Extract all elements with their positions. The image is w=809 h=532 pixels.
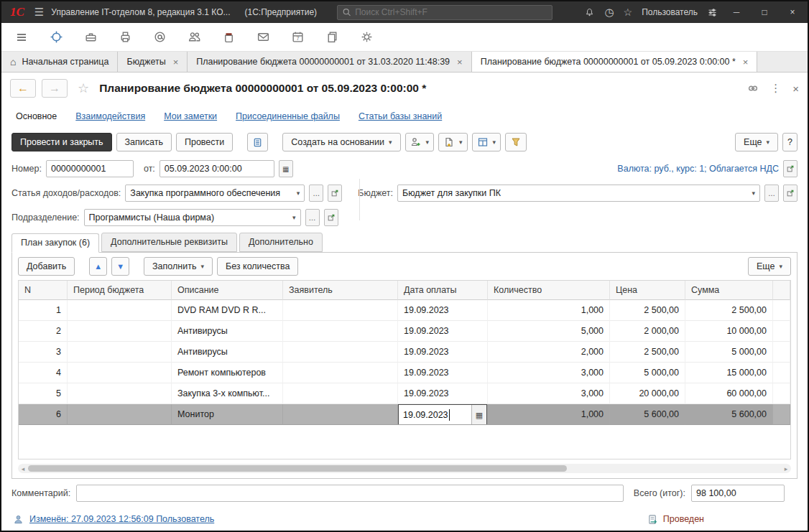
col-period[interactable]: Период бюджета [68, 281, 172, 300]
cell-period[interactable] [68, 342, 172, 363]
col-description[interactable]: Описание [172, 281, 283, 300]
document-register-button[interactable] [247, 133, 268, 151]
tab-purchase-plan[interactable]: План закупок (6) [11, 233, 99, 253]
cell-price[interactable]: 2 500,00 [610, 300, 685, 321]
favorites-star-icon[interactable]: ☆ [624, 6, 633, 18]
cell-pay-date[interactable]: 19.09.2023 [398, 342, 488, 363]
cell-sum[interactable]: 60 000,00 [685, 383, 773, 404]
scrollbar-thumb[interactable] [28, 465, 567, 472]
cell-quantity[interactable]: 1,000 [488, 300, 610, 321]
cell-applicant[interactable] [283, 363, 398, 383]
cell-sum[interactable]: 2 500,00 [685, 300, 773, 321]
cell-n[interactable]: 1 [19, 300, 68, 321]
tab-additional[interactable]: Дополнительно [239, 233, 323, 252]
cell-description[interactable]: Антивирусы [172, 321, 283, 342]
cell-sum[interactable]: 5 600,00 [685, 404, 773, 425]
cell-description[interactable]: Антивирусы [172, 342, 283, 363]
scroll-left-icon[interactable]: ◂ [19, 465, 27, 472]
cell-n[interactable]: 5 [19, 383, 68, 404]
cell-quantity[interactable]: 2,000 [488, 342, 610, 363]
grid-more-button[interactable]: Еще▾ [748, 257, 791, 276]
maximize-button[interactable]: □ [755, 7, 774, 17]
tab-budget-plan-old[interactable]: Планирование бюджета 00000000001 от 31.0… [188, 52, 471, 72]
cell-description[interactable]: Ремонт компьютеров [172, 363, 283, 383]
cell-n[interactable]: 6 [19, 404, 68, 425]
create-based-on-button[interactable]: Создать на основании▾ [282, 133, 400, 151]
tab-close-icon[interactable]: × [172, 57, 179, 67]
target-icon[interactable] [47, 29, 65, 46]
expense-item-open-button[interactable] [328, 185, 342, 202]
tab-close-icon[interactable]: × [741, 57, 749, 67]
cell-applicant[interactable] [283, 342, 398, 363]
gear-icon[interactable] [358, 29, 375, 46]
cell-sum[interactable]: 5 000,00 [685, 342, 773, 363]
cell-quantity[interactable]: 1,000 [488, 404, 610, 425]
cell-period[interactable] [68, 363, 172, 383]
forward-button[interactable]: → [42, 79, 68, 98]
tab-close-icon[interactable]: × [456, 57, 463, 67]
date-calendar-icon[interactable]: ▦ [279, 160, 293, 177]
close-window-button[interactable]: × [783, 7, 802, 17]
cell-pay-date[interactable]: 19.09.2023 [398, 363, 488, 383]
cell-applicant[interactable] [283, 404, 398, 425]
cell-quantity[interactable]: 3,000 [488, 363, 610, 383]
cell-period[interactable] [68, 321, 172, 342]
mail-at-icon[interactable] [151, 29, 168, 46]
reports-button[interactable]: ▾ [472, 133, 501, 151]
col-sum[interactable]: Сумма [685, 281, 773, 300]
currency-open-button[interactable] [783, 160, 798, 177]
cell-quantity[interactable]: 3,000 [488, 383, 610, 404]
scroll-right-icon[interactable]: ▸ [782, 465, 790, 472]
services-icon[interactable] [82, 29, 99, 46]
modified-info-link[interactable]: Изменён: 27.09.2023 12:56:09 Пользовател… [29, 514, 214, 524]
pay-date-editor[interactable]: 19.09.2023 ▦ [398, 404, 487, 425]
add-row-button[interactable]: Добавить [18, 257, 75, 276]
post-button[interactable]: Провести [176, 133, 233, 151]
mail-icon[interactable] [254, 29, 272, 46]
cell-period[interactable] [68, 300, 172, 321]
cell-applicant[interactable] [283, 300, 398, 321]
move-up-button[interactable]: ▲ [89, 257, 107, 276]
cell-price[interactable]: 20 000,00 [610, 383, 685, 404]
nav-main[interactable]: Основное [16, 111, 57, 121]
user-name[interactable]: Пользователь [642, 7, 698, 17]
cell-pay-date[interactable]: 19.09.2023 [398, 321, 488, 342]
tab-additional-attributes[interactable]: Дополнительные реквизиты [101, 233, 237, 252]
cell-applicant[interactable] [283, 383, 398, 404]
filter-structure-button[interactable] [505, 133, 527, 151]
comment-input[interactable] [81, 485, 620, 501]
without-quantity-button[interactable]: Без количества [217, 257, 299, 276]
cell-n[interactable]: 3 [19, 342, 68, 363]
date-input[interactable] [165, 161, 271, 177]
documents-icon[interactable] [323, 29, 341, 46]
main-menu-icon[interactable]: ☰ [34, 6, 44, 19]
tab-budget-plan-current[interactable]: Планирование бюджета 00000000001 от 05.0… [472, 52, 758, 72]
cell-n[interactable]: 2 [19, 321, 68, 342]
back-button[interactable]: ← [10, 79, 36, 98]
tab-budgets[interactable]: Бюджеты × [118, 52, 188, 72]
history-icon[interactable]: ◷ [604, 6, 614, 19]
col-n[interactable]: N [19, 281, 68, 300]
expense-item-choose-button[interactable]: … [309, 185, 323, 202]
cell-pay-date[interactable]: 19.09.2023 [398, 383, 488, 404]
department-input[interactable] [89, 210, 291, 225]
save-button[interactable]: Записать [116, 133, 172, 151]
nav-interactions[interactable]: Взаимодействия [75, 111, 145, 121]
favorite-star-icon[interactable]: ☆ [78, 80, 89, 96]
cell-price[interactable]: 2 000,00 [610, 321, 685, 342]
col-pay-date[interactable]: Дата оплаты [398, 281, 488, 300]
cell-price[interactable]: 5 600,00 [610, 404, 685, 425]
chevron-down-icon[interactable]: ▾ [295, 190, 302, 197]
budget-choose-button[interactable]: … [764, 185, 779, 202]
cell-description[interactable]: Монитор [172, 404, 283, 425]
assign-task-button[interactable]: ▾ [405, 133, 435, 151]
search-input[interactable] [355, 7, 547, 17]
currency-info-link[interactable]: Валюта: руб., курс: 1; Облагается НДС [617, 164, 779, 174]
col-price[interactable]: Цена [610, 281, 685, 300]
cell-quantity[interactable]: 5,000 [488, 321, 610, 342]
cell-period[interactable] [68, 383, 172, 404]
department-open-button[interactable] [324, 209, 338, 226]
cell-description[interactable]: Закупка 3-х компьют... [172, 383, 283, 404]
chevron-down-icon[interactable]: ▾ [291, 214, 297, 221]
horizontal-scrollbar[interactable]: ◂ ▸ [18, 464, 791, 473]
